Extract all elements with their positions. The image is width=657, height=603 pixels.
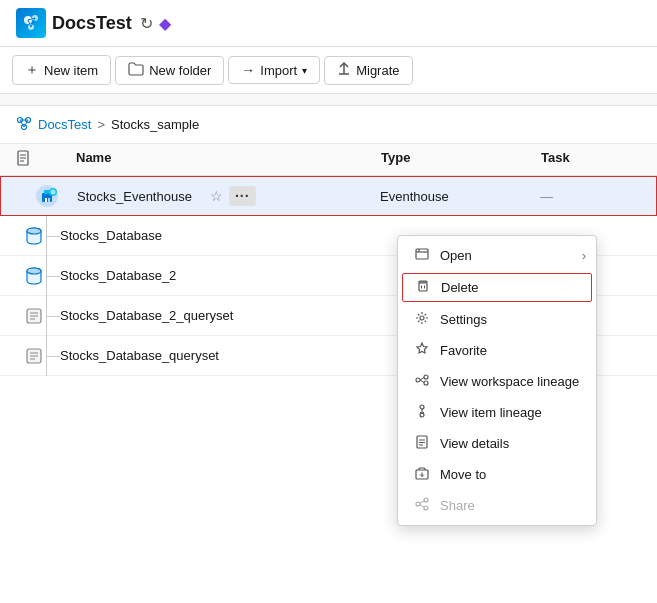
- menu-item-view-details[interactable]: View details: [398, 428, 596, 459]
- menu-item-move-to[interactable]: Move to: [398, 459, 596, 490]
- row-actions: ☆ ···: [208, 186, 256, 206]
- view-details-icon: [414, 435, 430, 452]
- svg-point-42: [420, 316, 424, 320]
- row-name-cell: Stocks_Eventhouse ☆ ···: [77, 186, 380, 206]
- child-icon-cell: [0, 226, 60, 246]
- menu-item-share[interactable]: Share: [398, 490, 596, 521]
- breadcrumb: DocsTest > Stocks_sample: [0, 106, 657, 144]
- svg-point-48: [420, 405, 424, 409]
- migrate-icon: [337, 62, 351, 79]
- settings-icon: [414, 311, 430, 328]
- svg-rect-22: [48, 198, 50, 202]
- row-name: Stocks_Database_2: [60, 268, 176, 283]
- svg-point-28: [27, 268, 41, 274]
- favorite-button[interactable]: ☆: [208, 186, 225, 206]
- menu-item-settings[interactable]: Settings: [398, 304, 596, 335]
- table-row[interactable]: Stocks_Eventhouse ☆ ··· Eventhouse —: [0, 176, 657, 216]
- title-action-icons: ↻ ◆: [140, 14, 171, 33]
- share-label: Share: [440, 498, 475, 513]
- menu-item-view-workspace-lineage[interactable]: View workspace lineage: [398, 366, 596, 397]
- workspace-icon: [16, 8, 46, 38]
- breadcrumb-icon: [16, 116, 32, 133]
- row-name: Stocks_Eventhouse: [77, 189, 192, 204]
- move-to-label: Move to: [440, 467, 486, 482]
- breadcrumb-root[interactable]: DocsTest: [38, 117, 91, 132]
- svg-line-47: [420, 380, 424, 383]
- migrate-button[interactable]: Migrate: [324, 56, 412, 85]
- folder-icon: [128, 62, 144, 79]
- favorite-icon: [414, 342, 430, 359]
- svg-line-60: [420, 501, 424, 503]
- breadcrumb-current: Stocks_sample: [111, 117, 199, 132]
- svg-rect-21: [45, 198, 47, 202]
- menu-item-view-item-lineage[interactable]: View item lineage: [398, 397, 596, 428]
- col-task: Task: [541, 150, 641, 169]
- menu-item-favorite[interactable]: Favorite: [398, 335, 596, 366]
- col-type: Type: [381, 150, 541, 169]
- menu-item-delete[interactable]: Delete: [402, 273, 592, 302]
- row-name: Stocks_Database_2_queryset: [60, 308, 233, 323]
- svg-point-57: [424, 498, 428, 502]
- col-name: Name: [76, 150, 381, 169]
- svg-rect-39: [419, 283, 427, 291]
- svg-point-26: [27, 228, 41, 234]
- child-icon-cell: [0, 346, 60, 366]
- svg-point-59: [424, 506, 428, 510]
- open-icon: [414, 247, 430, 264]
- workspace-lineage-icon: [414, 373, 430, 390]
- new-item-button[interactable]: ＋ New item: [12, 55, 111, 85]
- child-icon-cell: [0, 266, 60, 286]
- item-lineage-label: View item lineage: [440, 405, 542, 420]
- workspace-title: DocsTest: [52, 13, 132, 34]
- workspace-lineage-label: View workspace lineage: [440, 374, 579, 389]
- delete-icon: [415, 279, 431, 296]
- migrate-label: Migrate: [356, 63, 399, 78]
- svg-point-45: [424, 381, 428, 385]
- move-to-icon: [414, 466, 430, 483]
- svg-rect-37: [416, 249, 428, 259]
- row-name-cell: Stocks_Database_2: [60, 268, 381, 283]
- new-folder-label: New folder: [149, 63, 211, 78]
- svg-point-43: [416, 378, 420, 382]
- open-label: Open: [440, 248, 472, 263]
- svg-point-0: [24, 16, 32, 24]
- row-name: Stocks_Database_queryset: [60, 348, 219, 363]
- favorite-label: Favorite: [440, 343, 487, 358]
- breadcrumb-separator: >: [97, 117, 105, 132]
- svg-point-58: [416, 502, 420, 506]
- svg-point-24: [51, 190, 56, 195]
- import-button[interactable]: → Import ▾: [228, 56, 320, 84]
- row-task: —: [540, 189, 640, 204]
- row-name: Stocks_Database: [60, 228, 162, 243]
- row-name-cell: Stocks_Database_2_queryset: [60, 308, 381, 323]
- col-icon: [16, 150, 76, 169]
- row-icon-cell: [17, 184, 77, 208]
- share-icon: [414, 497, 430, 514]
- row-type: Eventhouse: [380, 189, 540, 204]
- new-folder-button[interactable]: New folder: [115, 56, 224, 85]
- title-bar: DocsTest ↻ ◆: [0, 0, 657, 47]
- item-lineage-icon: [414, 404, 430, 421]
- import-label: Import: [260, 63, 297, 78]
- menu-item-open[interactable]: Open ›: [398, 240, 596, 271]
- refresh-icon[interactable]: ↻: [140, 14, 153, 33]
- child-icon-cell: [0, 306, 60, 326]
- more-options-button[interactable]: ···: [229, 186, 256, 206]
- settings-label: Settings: [440, 312, 487, 327]
- svg-line-61: [420, 505, 424, 507]
- import-chevron: ▾: [302, 65, 307, 76]
- new-item-label: New item: [44, 63, 98, 78]
- toolbar: ＋ New item New folder → Import ▾ Migrate: [0, 47, 657, 94]
- plus-icon: ＋: [25, 61, 39, 79]
- row-name-cell: Stocks_Database: [60, 228, 381, 243]
- context-menu: Open › Delete Settings: [397, 235, 597, 526]
- view-details-label: View details: [440, 436, 509, 451]
- row-name-cell: Stocks_Database_queryset: [60, 348, 381, 363]
- diamond-icon[interactable]: ◆: [159, 14, 171, 33]
- svg-point-44: [424, 375, 428, 379]
- table-header: Name Type Task: [0, 144, 657, 176]
- import-icon: →: [241, 62, 255, 78]
- svg-line-46: [420, 378, 424, 381]
- submenu-arrow: ›: [582, 249, 586, 263]
- delete-label: Delete: [441, 280, 479, 295]
